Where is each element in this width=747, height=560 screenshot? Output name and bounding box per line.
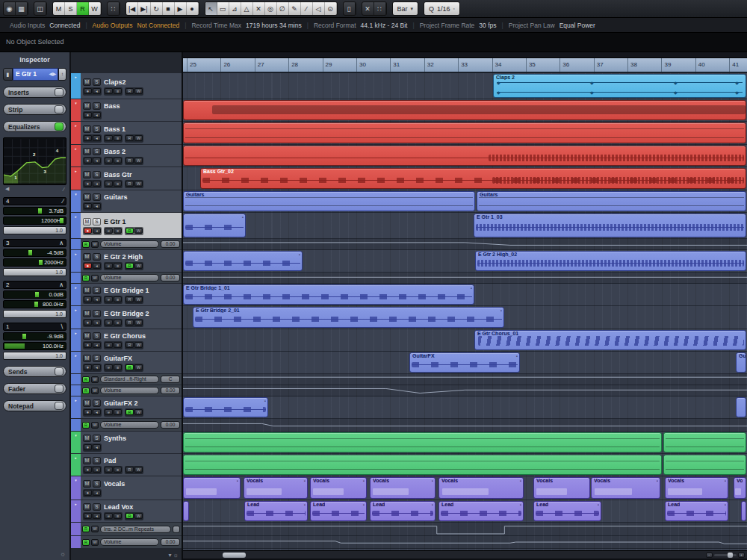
solo-button[interactable]: S	[93, 310, 101, 317]
inserts-state-button[interactable]: ≡	[114, 88, 122, 94]
record-arm-button[interactable]: ●	[84, 263, 92, 269]
lane-guitarfx-2[interactable]: ▪	[183, 396, 747, 419]
edit-channel-button[interactable]: e	[105, 342, 113, 348]
automation-write-button[interactable]: W	[134, 467, 143, 473]
edit-channel-button[interactable]: e	[105, 467, 113, 473]
edit-channel-button[interactable]: e	[105, 181, 113, 187]
eq-curve-display[interactable]: 1234	[3, 137, 66, 185]
audio-event-e-gtr-2-high-02[interactable]: E Gtr 2 High_02	[475, 251, 746, 271]
track-list-options-icon[interactable]: ▾ ☼	[168, 552, 179, 559]
lane-pad[interactable]	[183, 454, 747, 476]
audio-event-e-gtr-1-03[interactable]: E Gtr 1_03	[474, 214, 746, 237]
mute-button[interactable]: M	[83, 148, 91, 155]
automation-lane-volume[interactable]: RWVolume0.00	[71, 273, 182, 284]
lane-volume[interactable]	[183, 536, 747, 549]
automation-write-button[interactable]: W	[134, 320, 143, 326]
automation-read-button[interactable]: R	[125, 409, 134, 415]
monitor-button[interactable]: ◂	[93, 88, 101, 94]
mute-button[interactable]: M	[83, 253, 91, 261]
inserts-state-button[interactable]: ≡	[114, 342, 122, 348]
automation-parameter-value[interactable]: C	[161, 376, 180, 383]
ruler-bar-34[interactable]: 34	[492, 58, 526, 72]
lane-e-gtr-chorus[interactable]: E Gtr Chorus_01	[183, 329, 747, 352]
track-row-e-gtr-2-high[interactable]: ▸MSE Gtr 2 High●◂e≡RW	[71, 250, 182, 273]
monitor-button[interactable]: ◂	[93, 135, 101, 141]
audio-event-claps-2[interactable]: Claps 2◆◆◆◆◆◆◆◆	[493, 74, 746, 98]
status-item-record-time-max[interactable]: Record Time Max1719 hours 34 mins	[186, 22, 306, 29]
track-name-field[interactable]: ▮ E Gtr 1◀▶ ↕	[3, 68, 66, 81]
automation-parameter-value[interactable]: 0.00	[161, 240, 180, 248]
record-arm-button[interactable]: ●	[84, 513, 92, 519]
track-name[interactable]: E Gtr Bridge 1	[104, 287, 149, 294]
mute-button[interactable]: M	[83, 480, 91, 488]
draw-tool[interactable]: ✎	[289, 2, 301, 15]
audio-event[interactable]: ▪	[183, 251, 303, 271]
edit-channel-button[interactable]: e	[105, 409, 113, 415]
solo-button[interactable]: S	[93, 287, 101, 294]
lane-vocals[interactable]: ▪Vocals▪Vocals▪Vocals▪Vocals▪VocalsVocal…	[183, 476, 747, 500]
solo-button[interactable]: S	[93, 125, 101, 133]
audio-event-bass-gtr-02[interactable]: Bass Gtr_02	[200, 168, 746, 189]
automation-write-button[interactable]: W	[134, 181, 143, 187]
automation-read-button[interactable]: R	[125, 88, 134, 94]
automation-read-button[interactable]: R	[125, 467, 134, 473]
lane-bass-gtr[interactable]: Bass Gtr_02	[183, 167, 747, 190]
inserts-state-button[interactable]: ≡	[114, 263, 122, 269]
track-row-e-gtr-1[interactable]: ▸MSE Gtr 1●◂e≡RW	[71, 213, 182, 239]
mute-button[interactable]: M	[83, 355, 91, 362]
track-row-guitars[interactable]: ▾MSGuitars●◂	[71, 190, 182, 213]
automation-read-button[interactable]: R	[125, 296, 134, 302]
ruler-bar-37[interactable]: 37	[594, 58, 627, 72]
monitor-button[interactable]: ◂	[93, 342, 101, 348]
automation-parameter-name[interactable]: Volume	[100, 387, 159, 394]
automation-read-button[interactable]: R	[125, 342, 134, 348]
mute-button[interactable]: M	[83, 399, 91, 407]
eq-band-gain[interactable]: -9.9dB	[3, 332, 66, 340]
track-row-bass-gtr[interactable]: ▸MSBass Gtr●◂e≡RW	[71, 167, 182, 190]
lane-guitarfx[interactable]: GuitarFX▪Gu	[183, 352, 747, 374]
track-name[interactable]: E Gtr 2 High	[104, 253, 143, 261]
global-solo-button[interactable]: S	[65, 2, 77, 15]
section-state-button[interactable]	[55, 88, 63, 96]
ruler-bar-41[interactable]: 41	[729, 58, 747, 72]
automation-lane-standard-ft-right[interactable]: RWStandard ..ft-RightC	[71, 374, 182, 385]
automation-write-button[interactable]: W	[134, 135, 143, 141]
audio-event[interactable]	[183, 455, 662, 475]
automation-read-button[interactable]: R	[82, 539, 90, 546]
audio-event-e-gtr-bridge-2-01[interactable]: E Gtr Bridge 2_01▪	[193, 307, 504, 328]
track-name[interactable]: E Gtr 1	[104, 218, 126, 225]
track-name[interactable]: Bass Gtr	[104, 171, 132, 178]
track-row-bass-2[interactable]: ▸MSBass 2●◂e≡RW	[71, 145, 182, 167]
lane-guitars[interactable]: GuitarsGuitars	[183, 190, 747, 213]
lane-volume[interactable]	[183, 419, 747, 432]
mute-button[interactable]: M	[83, 503, 91, 511]
glue-tool[interactable]: △	[241, 2, 253, 15]
monitor-button[interactable]: ◂	[93, 467, 101, 473]
automation-parameter-name[interactable]: Volume	[100, 274, 159, 281]
record-arm-button[interactable]: ●	[84, 135, 92, 141]
automation-lane-volume[interactable]: RWVolume0.00	[71, 536, 182, 549]
edit-channel-button[interactable]: e	[105, 263, 113, 269]
audio-event-vo[interactable]: Vo	[734, 477, 746, 499]
solo-button[interactable]: S	[93, 171, 101, 178]
section-state-button[interactable]	[55, 367, 63, 376]
inserts-state-button[interactable]: ≡	[114, 181, 122, 187]
record-arm-button[interactable]: ●	[84, 88, 92, 94]
track-name[interactable]: GuitarFX	[104, 355, 132, 362]
stop-button[interactable]: ■	[163, 2, 175, 15]
automation-read-button[interactable]: R	[125, 513, 134, 519]
automation-parameter-name[interactable]: Standard ..ft-Right	[100, 376, 159, 383]
lane-claps2[interactable]: Claps 2◆◆◆◆◆◆◆◆	[183, 73, 747, 99]
track-row-vocals[interactable]: ▾MSVocals●◂	[71, 476, 182, 500]
erase-tool[interactable]: ✕	[253, 2, 265, 15]
status-item-audio-outputs[interactable]: Audio OutputsNot Connected	[87, 22, 185, 29]
automation-parameter-name[interactable]: Volume	[100, 421, 159, 429]
section-state-button[interactable]	[55, 105, 63, 113]
color-tool[interactable]: ⊙	[325, 2, 337, 15]
automation-read-button[interactable]: R	[82, 241, 90, 248]
metronome-button[interactable]: ∷	[108, 2, 120, 15]
inserts-state-button[interactable]: ≡	[114, 228, 122, 234]
edit-channel-button[interactable]: e	[105, 135, 113, 141]
monitor-button[interactable]: ◂	[93, 409, 101, 415]
audio-event-lead[interactable]: Lead▪	[310, 501, 367, 521]
